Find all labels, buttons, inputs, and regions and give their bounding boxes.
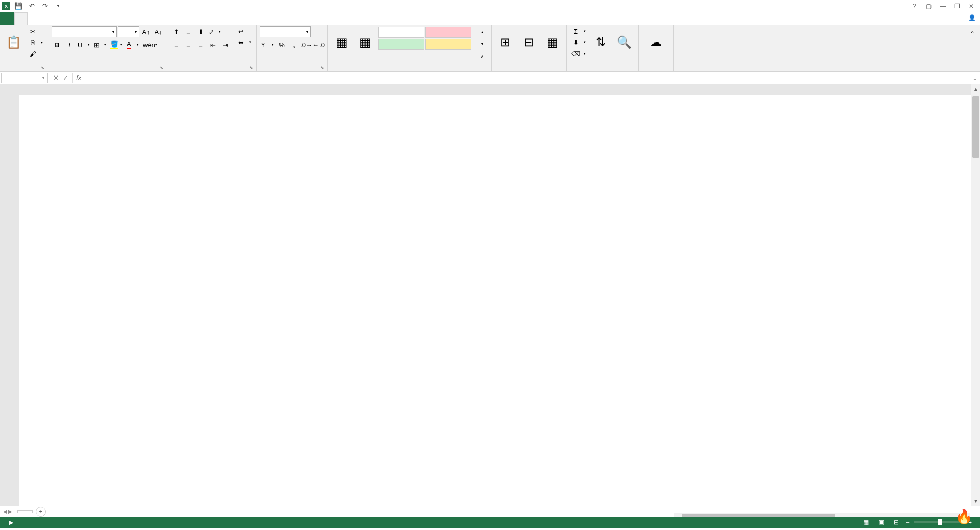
comma-button[interactable]: ,: [288, 39, 300, 51]
view-normal-icon[interactable]: ▦: [860, 518, 871, 527]
save-baidu-button[interactable]: ☁: [642, 26, 670, 60]
tab-review[interactable]: [77, 12, 89, 25]
align-bottom-icon[interactable]: ⬇: [195, 26, 206, 37]
macro-record-icon[interactable]: ▶: [9, 519, 13, 526]
insert-cells-button[interactable]: ⊞: [495, 26, 516, 60]
ribbon-options-icon[interactable]: ▢: [922, 1, 935, 11]
merge-center-button[interactable]: ⬌▾: [235, 37, 253, 47]
paste-button[interactable]: 📋: [3, 26, 24, 60]
phonetic-button[interactable]: wén▾: [141, 39, 157, 51]
tab-file[interactable]: [0, 12, 14, 25]
select-all-corner[interactable]: [0, 84, 19, 95]
style-good[interactable]: [378, 39, 424, 50]
sheet-tab-1[interactable]: [17, 510, 33, 513]
format-painter-button[interactable]: 🖌: [27, 48, 45, 59]
style-bad[interactable]: [425, 27, 471, 38]
scroll-up-icon[interactable]: ▲: [971, 84, 980, 93]
increase-font-icon[interactable]: A↑: [140, 26, 152, 37]
sheet-nav-prev-icon[interactable]: ◀: [3, 509, 7, 514]
align-left-icon[interactable]: ≡: [170, 39, 182, 51]
clipboard-launcher-icon[interactable]: ⬊: [41, 65, 45, 70]
gallery-up-icon[interactable]: ▴: [477, 26, 488, 37]
restore-icon[interactable]: ❐: [950, 1, 964, 11]
tab-layout[interactable]: [40, 12, 52, 25]
decrease-decimal-icon[interactable]: ←.0: [313, 39, 324, 51]
conditional-format-button[interactable]: ▦: [331, 26, 352, 60]
view-pagelayout-icon[interactable]: ▣: [875, 518, 887, 527]
decrease-font-icon[interactable]: A↓: [153, 26, 164, 37]
zoom-in-icon[interactable]: +: [969, 519, 972, 525]
expand-formula-icon[interactable]: ⌄: [970, 74, 980, 82]
qat-redo-icon[interactable]: ↷: [40, 1, 50, 11]
align-right-icon[interactable]: ≡: [195, 39, 206, 51]
increase-decimal-icon[interactable]: .0→: [301, 39, 312, 51]
tab-acrobat[interactable]: [113, 12, 126, 25]
align-launcher-icon[interactable]: ⬊: [249, 65, 253, 70]
sort-filter-button[interactable]: ⇅: [590, 26, 611, 60]
bold-button[interactable]: B: [52, 39, 63, 51]
qat-save-icon[interactable]: 💾: [13, 1, 23, 11]
number-launcher-icon[interactable]: ⬊: [320, 65, 324, 70]
zoom-slider[interactable]: [914, 521, 965, 523]
cut-button[interactable]: ✂: [27, 26, 45, 36]
style-normal[interactable]: [378, 27, 424, 38]
font-size-select[interactable]: ▾: [118, 26, 139, 37]
view-pagebreak-icon[interactable]: ⊟: [891, 518, 902, 527]
align-top-icon[interactable]: ⬆: [170, 26, 182, 37]
fill-color-button[interactable]: 🪣▾: [109, 39, 124, 51]
name-box[interactable]: ▾: [1, 73, 48, 83]
align-center-icon[interactable]: ≡: [183, 39, 194, 51]
gallery-more-icon[interactable]: ⊼: [477, 51, 488, 62]
gallery-down-icon[interactable]: ▾: [477, 38, 488, 49]
cells-area[interactable]: [19, 95, 971, 506]
clear-button[interactable]: ⌫▾: [570, 48, 588, 59]
minimize-icon[interactable]: —: [936, 1, 949, 11]
border-button[interactable]: ⊞▾: [92, 39, 108, 51]
login-button[interactable]: 👤: [966, 14, 976, 21]
cell-styles-gallery[interactable]: [378, 26, 475, 51]
tab-dev[interactable]: [101, 12, 113, 25]
qat-customize-icon[interactable]: ▼: [53, 1, 63, 11]
orientation-icon[interactable]: ⤢▾: [207, 26, 223, 37]
indent-increase-icon[interactable]: ⇥: [219, 39, 231, 51]
cancel-edit-icon[interactable]: ✕: [53, 74, 59, 82]
help-icon[interactable]: ?: [908, 1, 921, 11]
align-middle-icon[interactable]: ≡: [183, 26, 194, 37]
delete-cells-button[interactable]: ⊟: [518, 26, 540, 60]
zoom-out-icon[interactable]: −: [906, 519, 909, 525]
confirm-edit-icon[interactable]: ✓: [63, 74, 68, 82]
italic-button[interactable]: I: [64, 39, 75, 51]
wrap-text-button[interactable]: ↩: [235, 26, 253, 36]
tab-data[interactable]: [64, 12, 77, 25]
scroll-down-icon[interactable]: ▼: [971, 496, 980, 506]
tab-home[interactable]: [14, 12, 28, 25]
indent-decrease-icon[interactable]: ⇤: [207, 39, 218, 51]
zoom-knob[interactable]: [938, 519, 942, 525]
number-format-select[interactable]: ▾: [260, 26, 311, 37]
find-select-button[interactable]: 🔍: [614, 26, 635, 60]
collapse-ribbon-icon[interactable]: ^: [967, 27, 978, 38]
table-format-button[interactable]: ▦: [354, 26, 376, 60]
fx-icon[interactable]: fx: [73, 74, 84, 82]
close-icon[interactable]: ✕: [965, 1, 978, 11]
tab-insert[interactable]: [28, 12, 40, 25]
currency-button[interactable]: ¥▾: [260, 39, 275, 51]
font-launcher-icon[interactable]: ⬊: [160, 65, 164, 70]
formula-input[interactable]: [84, 73, 970, 83]
font-name-select[interactable]: ▾: [52, 26, 117, 37]
vertical-scrollbar[interactable]: ▲ ▼: [971, 84, 980, 506]
fill-button[interactable]: ⬇▾: [570, 37, 588, 47]
tab-view[interactable]: [89, 12, 101, 25]
scroll-thumb[interactable]: [972, 96, 979, 158]
tab-formulas[interactable]: [52, 12, 64, 25]
autosum-button[interactable]: Σ▾: [570, 26, 588, 36]
qat-undo-icon[interactable]: ↶: [27, 1, 37, 11]
copy-button[interactable]: ⎘▾: [27, 37, 45, 47]
add-sheet-button[interactable]: +: [36, 507, 46, 517]
percent-button[interactable]: %: [276, 39, 287, 51]
sheet-nav-next-icon[interactable]: ▶: [8, 509, 12, 514]
font-color-button[interactable]: A▾: [125, 39, 140, 51]
underline-button[interactable]: U▾: [76, 39, 91, 51]
format-cells-button[interactable]: ▦: [542, 26, 563, 60]
style-neutral[interactable]: [425, 39, 471, 50]
